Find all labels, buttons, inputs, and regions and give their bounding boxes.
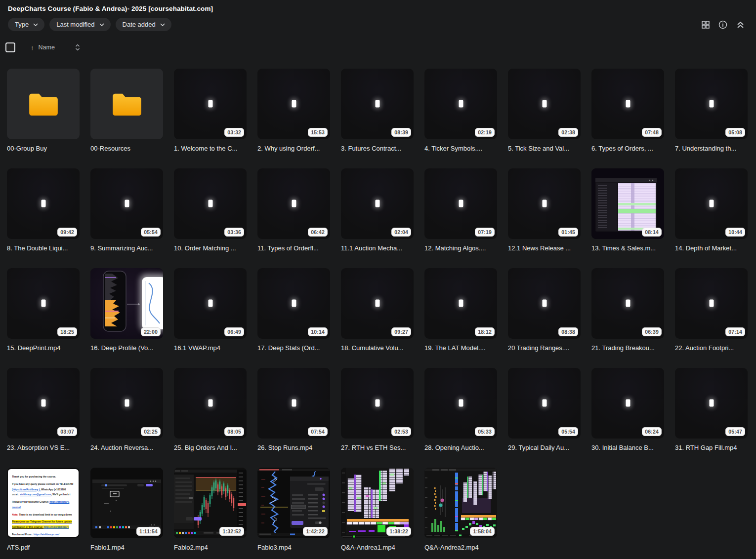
thumbnail: 06:42 (257, 168, 330, 239)
grid-item[interactable]: 05:33 28. Opening Auctio... (424, 368, 497, 451)
thumbnail: 1:38:22 (341, 468, 414, 538)
grid-item[interactable]: 02:25 24. Auction Reversa... (90, 368, 163, 451)
item-name: 26. Stop Runs.mp4 (257, 444, 330, 451)
grid-item[interactable]: 01:45 12.1 News Release ... (508, 168, 581, 252)
item-name: 23. Absorption VS E... (7, 444, 80, 451)
sort-toggle-icon[interactable] (75, 44, 80, 51)
video-placeholder-icon (709, 299, 714, 307)
grid-item[interactable]: 15:53 2. Why using Orderf... (257, 69, 330, 152)
grid-item[interactable]: 08:14 13. Times & Sales.m... (591, 168, 664, 252)
thumbnail: 22:00 (90, 268, 163, 339)
item-name: 15. DeepPrint.mp4 (7, 344, 80, 352)
grid-item[interactable]: 10:14 17. Deep Stats (Ord... (257, 268, 330, 352)
sort-column-label[interactable]: Name (39, 44, 55, 51)
grid-item[interactable]: 18:12 19. The LAT Model.... (424, 268, 497, 352)
duration-badge: 08:05 (224, 427, 244, 436)
duration-badge: 03:32 (224, 128, 244, 137)
grid-item[interactable]: 07:48 6. Types of Orders, ... (591, 69, 664, 152)
item-name: 9. Summarizing Auc... (90, 244, 163, 252)
item-name: 21. Trading Breakou... (591, 344, 664, 352)
thumbnail: 02:38 (508, 69, 581, 139)
grid-item[interactable]: 00-Group Buy (7, 69, 80, 152)
filter-chip-label: Type (15, 21, 29, 28)
folder-icon (28, 92, 59, 117)
item-name: 31. RTH Gap Fill.mp4 (675, 444, 748, 451)
grid-item[interactable]: 02:38 5. Tick Size and Val... (508, 69, 581, 152)
grid-item[interactable]: 10:44 14. Depth of Market... (675, 168, 748, 252)
grid-item[interactable]: 06:24 30. Initial Balance B... (591, 368, 664, 451)
item-name: Q&A-Andrea2.mp4 (424, 544, 497, 551)
grid-item[interactable]: Thank you for purchasing the course.If y… (7, 468, 80, 551)
filter-chip-type[interactable]: Type (8, 18, 44, 31)
thumbnail: 18:25 (7, 268, 80, 339)
grid-item[interactable]: 09:27 18. Cumulative Volu... (341, 268, 414, 352)
view-controls (701, 20, 745, 30)
duration-badge: 05:54 (558, 427, 578, 436)
video-placeholder-icon (459, 100, 463, 107)
video-placeholder-icon (626, 399, 630, 406)
filter-chip-label: Last modified (56, 21, 94, 28)
grid-item[interactable]: 02:19 4. Ticker Symbols.... (424, 69, 497, 152)
grid-item[interactable]: 07:19 12. Matching Algos.... (424, 168, 497, 252)
grid-item[interactable]: 02:53 27. RTH vs ETH Ses... (341, 368, 414, 451)
grid-item[interactable]: 07:54 26. Stop Runs.mp4 (257, 368, 330, 451)
duration-badge: 22:00 (141, 327, 161, 336)
grid-item[interactable]: 08:05 25. Big Orders And I... (174, 368, 247, 451)
info-icon[interactable] (718, 20, 728, 30)
duration-badge: 06:24 (642, 427, 662, 436)
duration-badge: 18:12 (475, 327, 495, 336)
duration-badge: 07:48 (642, 128, 662, 137)
grid-item[interactable]: 02:04 11.1 Auction Mecha... (341, 168, 414, 252)
select-all-checkbox[interactable] (5, 42, 15, 52)
list-header: ↑ Name (0, 42, 756, 52)
grid-item[interactable]: 05:54 29. Typical Daily Au... (508, 368, 581, 451)
filter-chip-last-modified[interactable]: Last modified (49, 18, 110, 31)
collapse-icon[interactable] (735, 20, 745, 30)
grid-item[interactable]: 09:42 8. The Double Liqui... (7, 168, 80, 252)
grid-item[interactable]: 1:38:22 Q&A-Andrea1.mp4 (341, 468, 414, 551)
grid-item[interactable]: 08:38 20 Trading Ranges.... (508, 268, 581, 352)
grid-item[interactable]: 1:11:54 Fabio1.mp4 (90, 468, 163, 551)
grid-item[interactable]: 05:47 31. RTH Gap Fill.mp4 (675, 368, 748, 451)
video-placeholder-icon (208, 100, 212, 107)
thumbnail: 10:44 (675, 168, 748, 239)
thumbnail: 09:27 (341, 268, 414, 339)
item-name: 12. Matching Algos.... (424, 244, 497, 252)
grid-item[interactable]: 03:36 10. Order Matching ... (174, 168, 247, 252)
grid-item[interactable]: 1:32:52 Fabio2.mp4 (174, 468, 247, 551)
duration-badge: 06:49 (224, 327, 244, 336)
grid-item[interactable]: 1:42:22 Fabio3.mp4 (257, 468, 330, 551)
duration-badge: 08:14 (642, 228, 662, 237)
item-name: 4. Ticker Symbols.... (424, 145, 497, 152)
grid-item[interactable]: 08:39 3. Futures Contract... (341, 69, 414, 152)
page-title: DeepCharts Course (Fabio & Andrea)- 2025… (0, 0, 756, 12)
grid-item[interactable]: 06:39 21. Trading Breakou... (591, 268, 664, 352)
thumbnail: 01:45 (508, 168, 581, 239)
grid-item[interactable]: 03:07 23. Absorption VS E... (7, 368, 80, 451)
grid-item[interactable]: 06:42 11. Types of Orderfl... (257, 168, 330, 252)
grid-item[interactable]: 22:00 16. Deep Profile (Vo... (90, 268, 163, 352)
duration-badge: 06:42 (308, 228, 328, 237)
grid-item[interactable]: 06:49 16.1 VWAP.mp4 (174, 268, 247, 352)
filter-chip-date-added[interactable]: Date added (116, 18, 171, 31)
video-placeholder-icon (709, 399, 714, 406)
item-name: 28. Opening Auctio... (424, 444, 497, 451)
duration-badge: 05:33 (475, 427, 495, 436)
grid-item[interactable]: 00-Resources (90, 69, 163, 152)
duration-badge: 02:19 (475, 128, 495, 137)
duration-badge: 05:54 (141, 228, 161, 237)
chevron-down-icon (160, 23, 165, 26)
grid-item[interactable]: 05:08 7. Understanding th... (675, 69, 748, 152)
grid-item[interactable]: 03:32 1. Welcome to the C... (174, 69, 247, 152)
item-name: 24. Auction Reversa... (90, 444, 163, 451)
ats-pdf-text-line: If you have any query please contact on … (12, 481, 76, 487)
grid-view-icon[interactable] (701, 20, 711, 30)
grid-item[interactable]: 18:25 15. DeepPrint.mp4 (7, 268, 80, 352)
grid-item[interactable]: 05:54 9. Summarizing Auc... (90, 168, 163, 252)
thumbnail: 1:42:22 (257, 468, 330, 538)
thumbnail: 08:05 (174, 368, 247, 439)
grid-item[interactable]: 1:58:04 Q&A-Andrea2.mp4 (424, 468, 497, 551)
grid-item[interactable]: 07:14 22. Auction Footpri... (675, 268, 748, 352)
video-placeholder-icon (459, 399, 463, 406)
sort-ascending-arrow-icon: ↑ (31, 44, 34, 51)
